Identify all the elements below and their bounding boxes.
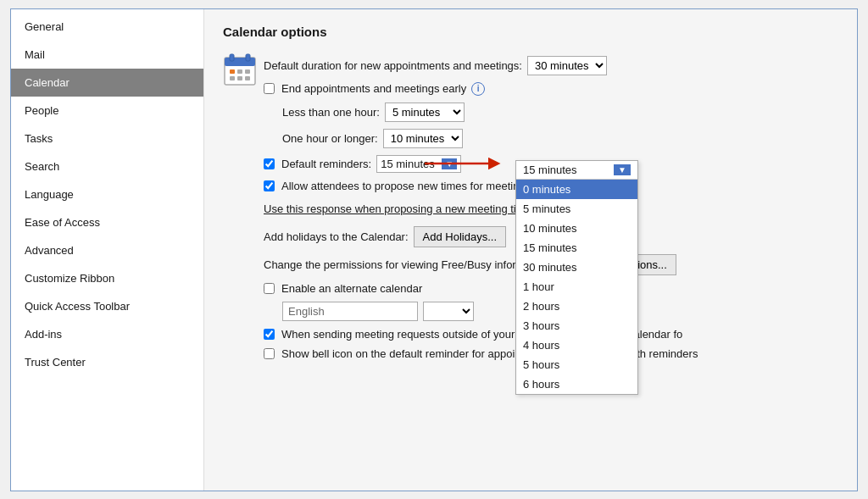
options-window: General Mail Calendar People Tasks Searc…	[10, 8, 858, 491]
less-than-row: Less than one hour: 5 minutes 0 minutes …	[264, 99, 838, 125]
sidebar-item-quick-access[interactable]: Quick Access Toolbar	[11, 292, 203, 320]
alternate-calendar-language-input[interactable]	[282, 302, 418, 321]
dropdown-popup-header: 15 minutes ▼	[516, 161, 637, 180]
alternate-calendar-type-select[interactable]	[423, 302, 474, 321]
calendar-icon	[223, 53, 257, 86]
sidebar-item-language[interactable]: Language	[11, 180, 203, 208]
content-area: Calendar options Default duration for ne…	[204, 9, 857, 491]
allow-attendees-checkbox[interactable]	[264, 180, 275, 191]
sidebar-item-tasks[interactable]: Tasks	[11, 125, 203, 152]
dropdown-header-arrow-icon: ▼	[614, 164, 631, 175]
enable-alternate-checkbox[interactable]	[264, 283, 275, 294]
page-title: Calendar options	[223, 25, 838, 39]
dropdown-item-5[interactable]: 1 hour	[516, 277, 637, 297]
svg-rect-5	[237, 69, 242, 74]
default-reminders-checkbox[interactable]	[264, 158, 275, 169]
show-bell-checkbox[interactable]	[264, 348, 275, 359]
sidebar-item-customize-ribbon[interactable]: Customize Ribbon	[11, 264, 203, 292]
default-duration-row: Default duration for new appointments an…	[264, 53, 838, 79]
reminder-dropdown-popup: 15 minutes ▼ 0 minutes 5 minutes 10 minu…	[515, 160, 638, 395]
svg-rect-4	[230, 69, 235, 74]
dropdown-item-10[interactable]: 6 hours	[516, 374, 637, 394]
dropdown-item-0[interactable]: 0 minutes	[516, 180, 637, 199]
sidebar-item-add-ins[interactable]: Add-ins	[11, 320, 203, 348]
dropdown-item-9[interactable]: 5 hours	[516, 355, 637, 374]
sidebar-item-advanced[interactable]: Advanced	[11, 236, 203, 264]
sidebar: General Mail Calendar People Tasks Searc…	[11, 9, 204, 491]
less-than-select[interactable]: 5 minutes 0 minutes 10 minutes	[385, 103, 465, 122]
when-sending-checkbox[interactable]	[264, 329, 275, 340]
default-reminders-label: Default reminders:	[281, 158, 371, 170]
dropdown-item-1[interactable]: 5 minutes	[516, 199, 637, 219]
sidebar-item-general[interactable]: General	[11, 13, 203, 41]
end-early-label: End appointments and meetings early	[281, 82, 466, 95]
svg-rect-9	[245, 76, 250, 80]
change-permissions-label: Change the permissions for viewing Free/…	[264, 258, 552, 271]
svg-rect-6	[245, 69, 250, 74]
svg-rect-7	[230, 76, 235, 80]
end-early-row: End appointments and meetings early i	[264, 79, 838, 99]
svg-rect-8	[237, 76, 242, 80]
svg-rect-1	[225, 58, 255, 66]
red-arrow-icon	[425, 155, 501, 172]
sidebar-item-trust-center[interactable]: Trust Center	[11, 348, 203, 376]
svg-rect-2	[230, 54, 234, 61]
sidebar-item-mail[interactable]: Mail	[11, 41, 203, 69]
dropdown-item-6[interactable]: 2 hours	[516, 297, 637, 316]
add-holidays-button[interactable]: Add Holidays...	[414, 226, 506, 247]
enable-alternate-label: Enable an alternate calendar	[281, 282, 422, 295]
sidebar-item-people[interactable]: People	[11, 97, 203, 125]
end-early-info-icon[interactable]: i	[471, 82, 485, 96]
one-hour-label: One hour or longer:	[282, 132, 378, 145]
svg-rect-3	[246, 54, 250, 61]
sidebar-item-ease-of-access[interactable]: Ease of Access	[11, 208, 203, 236]
dropdown-header-value: 15 minutes	[523, 164, 577, 176]
default-duration-label: Default duration for new appointments an…	[264, 59, 522, 72]
one-hour-select[interactable]: 10 minutes 5 minutes 15 minutes 30 minut…	[383, 129, 463, 148]
one-hour-row: One hour or longer: 10 minutes 5 minutes…	[264, 125, 838, 152]
use-response-label[interactable]: Use this response when proposing a new m…	[264, 202, 534, 215]
dropdown-item-2[interactable]: 10 minutes	[516, 219, 637, 238]
sidebar-item-calendar[interactable]: Calendar	[11, 69, 203, 97]
less-than-label: Less than one hour:	[282, 106, 380, 119]
dropdown-item-8[interactable]: 4 hours	[516, 335, 637, 355]
end-early-checkbox[interactable]	[264, 83, 275, 94]
dropdown-item-3[interactable]: 15 minutes	[516, 238, 637, 258]
dropdown-item-4[interactable]: 30 minutes	[516, 258, 637, 277]
default-duration-select[interactable]: 30 minutes 5 minutes 10 minutes 15 minut…	[527, 56, 607, 75]
add-holidays-label: Add holidays to the Calendar:	[264, 230, 409, 243]
allow-attendees-label: Allow attendees to propose new times for…	[281, 180, 531, 192]
sidebar-item-search[interactable]: Search	[11, 152, 203, 180]
dropdown-item-7[interactable]: 3 hours	[516, 316, 637, 335]
